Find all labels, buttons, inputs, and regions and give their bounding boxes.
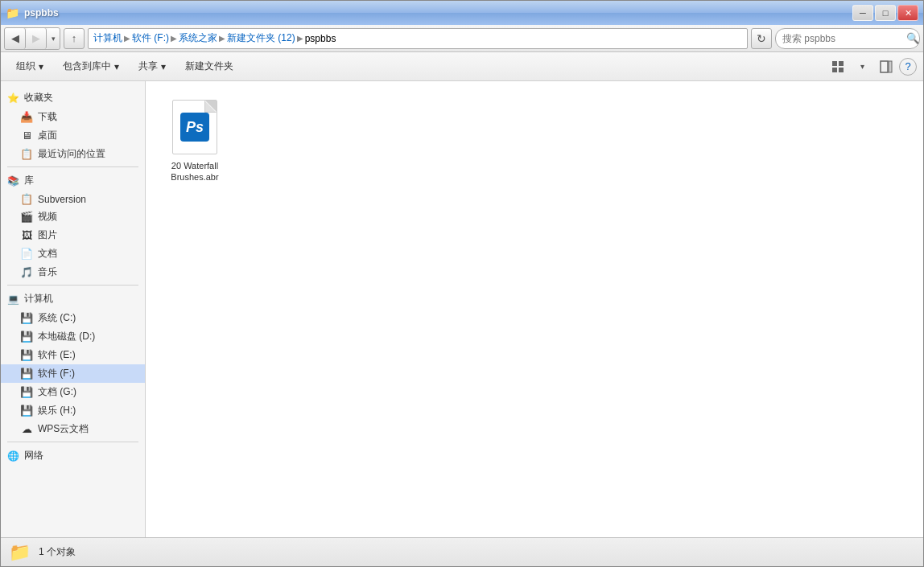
sidebar-item-h-label: 娱乐 (H:) bbox=[38, 404, 76, 417]
favorites-title[interactable]: ⭐ 收藏夹 bbox=[1, 88, 145, 108]
sidebar-item-download[interactable]: 📥 下载 bbox=[1, 108, 145, 126]
divider-2 bbox=[7, 285, 138, 286]
path-current[interactable]: pspbbs bbox=[305, 33, 336, 44]
sidebar-item-recent[interactable]: 📋 最近访问的位置 bbox=[1, 145, 145, 163]
forward-button[interactable]: ▶ bbox=[26, 28, 47, 49]
file-area: Ps 20 Waterfall Brushes.abr bbox=[146, 81, 923, 537]
refresh-button[interactable]: ↻ bbox=[751, 28, 772, 49]
libraries-icon: 📚 bbox=[7, 175, 19, 187]
up-button[interactable]: ↑ bbox=[64, 28, 85, 49]
sidebar-item-recent-label: 最近访问的位置 bbox=[38, 147, 105, 161]
sidebar-item-subversion[interactable]: 📋 Subversion bbox=[1, 191, 145, 207]
wps-icon: ☁ bbox=[20, 423, 33, 435]
view-buttons: ▾ ? bbox=[827, 55, 917, 78]
sidebar-item-e-label: 软件 (E:) bbox=[38, 348, 76, 362]
minimize-button[interactable]: ─ bbox=[852, 5, 873, 21]
sidebar-item-desktop[interactable]: 🖥 桌面 bbox=[1, 126, 145, 145]
divider-1 bbox=[7, 166, 138, 167]
favorites-icon: ⭐ bbox=[7, 92, 19, 104]
svg-rect-2 bbox=[832, 68, 837, 72]
drive-c-icon: 💾 bbox=[20, 312, 33, 324]
share-button[interactable]: 共享 ▾ bbox=[130, 55, 175, 78]
drive-g-icon: 💾 bbox=[20, 386, 33, 398]
network-section: 🌐 网络 bbox=[1, 446, 145, 466]
sidebar-item-desktop-label: 桌面 bbox=[38, 129, 57, 142]
share-label: 共享 bbox=[138, 60, 158, 73]
path-folder1[interactable]: 系统之家 bbox=[179, 31, 217, 45]
desktop-icon: 🖥 bbox=[20, 129, 33, 142]
close-button[interactable]: ✕ bbox=[897, 5, 918, 21]
network-title[interactable]: 🌐 网络 bbox=[1, 446, 145, 466]
help-button[interactable]: ? bbox=[899, 58, 917, 76]
video-icon: 🎬 bbox=[20, 211, 33, 223]
sidebar-item-subversion-label: Subversion bbox=[38, 194, 86, 205]
sidebar-item-video[interactable]: 🎬 视频 bbox=[1, 207, 145, 226]
libraries-section: 📚 库 📋 Subversion 🎬 视频 🖼 图片 📄 文档 bbox=[1, 171, 145, 281]
svg-rect-4 bbox=[881, 61, 888, 72]
sidebar-item-pictures[interactable]: 🖼 图片 bbox=[1, 226, 145, 244]
sidebar-item-d[interactable]: 💾 本地磁盘 (D:) bbox=[1, 327, 145, 346]
path-folder2[interactable]: 新建文件夹 (12) bbox=[227, 31, 295, 45]
search-box[interactable]: 🔍 bbox=[775, 28, 920, 49]
maximize-button[interactable]: □ bbox=[875, 5, 896, 21]
title-bar-left: 📁 pspbbs bbox=[6, 6, 59, 19]
computer-icon: 💻 bbox=[7, 294, 19, 305]
sidebar-item-f-label: 软件 (F:) bbox=[38, 367, 75, 380]
libraries-label: 库 bbox=[24, 174, 34, 187]
computer-label: 计算机 bbox=[24, 292, 53, 306]
share-dropdown-icon: ▾ bbox=[161, 61, 166, 72]
divider-3 bbox=[7, 442, 138, 442]
music-icon: 🎵 bbox=[20, 266, 33, 278]
file-item-abr[interactable]: Ps 20 Waterfall Brushes.abr bbox=[159, 94, 231, 187]
preview-pane-button[interactable] bbox=[875, 55, 897, 78]
sidebar: ⭐ 收藏夹 📥 下载 🖥 桌面 📋 最近访问的位置 bbox=[1, 81, 146, 537]
back-button[interactable]: ◀ bbox=[5, 28, 26, 49]
view-dropdown-button[interactable]: ▾ bbox=[851, 55, 873, 78]
path-sep-1: ▶ bbox=[124, 34, 130, 43]
sidebar-item-e[interactable]: 💾 软件 (E:) bbox=[1, 346, 145, 364]
sidebar-item-g[interactable]: 💾 文档 (G:) bbox=[1, 383, 145, 401]
status-folder-icon: 📁 bbox=[9, 542, 31, 563]
status-count: 1 个对象 bbox=[39, 545, 76, 559]
sidebar-item-music[interactable]: 🎵 音乐 bbox=[1, 263, 145, 281]
recent-icon: 📋 bbox=[20, 148, 33, 160]
pictures-icon: 🖼 bbox=[20, 229, 33, 241]
path-computer[interactable]: 计算机 bbox=[93, 31, 122, 45]
include-library-label: 包含到库中 bbox=[63, 60, 111, 73]
drive-h-icon: 💾 bbox=[20, 405, 33, 417]
search-icon[interactable]: 🔍 bbox=[906, 31, 919, 46]
address-path: 计算机 ▶ 软件 (F:) ▶ 系统之家 ▶ 新建文件夹 (12) ▶ pspb… bbox=[93, 31, 336, 45]
drive-d-icon: 💾 bbox=[20, 331, 33, 343]
organize-dropdown-icon: ▾ bbox=[39, 61, 43, 72]
ps-badge: Ps bbox=[180, 113, 209, 142]
sidebar-item-c[interactable]: 💾 系统 (C:) bbox=[1, 309, 145, 327]
file-icon-container: Ps bbox=[169, 97, 221, 157]
computer-title[interactable]: 💻 计算机 bbox=[1, 289, 145, 309]
address-box[interactable]: 计算机 ▶ 软件 (F:) ▶ 系统之家 ▶ 新建文件夹 (12) ▶ pspb… bbox=[88, 28, 748, 49]
documents-icon: 📄 bbox=[20, 248, 33, 260]
network-label: 网络 bbox=[24, 449, 43, 462]
sidebar-item-d-label: 本地磁盘 (D:) bbox=[38, 330, 95, 343]
sidebar-item-h[interactable]: 💾 娱乐 (H:) bbox=[1, 401, 145, 420]
organize-button[interactable]: 组织 ▾ bbox=[7, 55, 52, 78]
nav-dropdown-button[interactable]: ▾ bbox=[47, 28, 60, 49]
include-library-button[interactable]: 包含到库中 ▾ bbox=[54, 55, 128, 78]
search-input[interactable] bbox=[782, 33, 903, 44]
libraries-title[interactable]: 📚 库 bbox=[1, 171, 145, 191]
sidebar-item-video-label: 视频 bbox=[38, 210, 57, 224]
sidebar-item-documents[interactable]: 📄 文档 bbox=[1, 244, 145, 263]
large-view-button[interactable] bbox=[827, 55, 849, 78]
drive-f-icon: 💾 bbox=[20, 368, 33, 380]
svg-rect-1 bbox=[839, 61, 844, 66]
new-folder-button[interactable]: 新建文件夹 bbox=[176, 55, 242, 78]
new-folder-label: 新建文件夹 bbox=[185, 60, 233, 73]
sidebar-item-f[interactable]: 💾 软件 (F:) bbox=[1, 364, 145, 383]
window-icon: 📁 bbox=[6, 6, 19, 19]
sidebar-item-wps[interactable]: ☁ WPS云文档 bbox=[1, 420, 145, 438]
toolbar: 组织 ▾ 包含到库中 ▾ 共享 ▾ 新建文件夹 ▾ bbox=[1, 52, 923, 81]
path-drive[interactable]: 软件 (F:) bbox=[132, 31, 169, 45]
include-dropdown-icon: ▾ bbox=[114, 61, 119, 72]
large-view-icon bbox=[831, 60, 844, 73]
svg-rect-5 bbox=[889, 61, 892, 72]
title-buttons: ─ □ ✕ bbox=[852, 5, 918, 21]
